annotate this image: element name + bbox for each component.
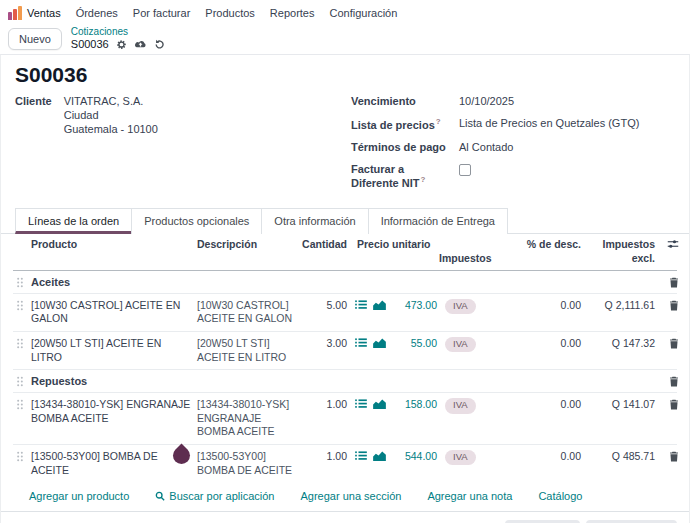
field-label-facturar-nit: Facturar a Diferente NIT?: [351, 163, 459, 189]
col-producto: Producto: [29, 234, 195, 256]
trash-icon[interactable]: [657, 393, 681, 410]
tax-cell[interactable]: IVA: [439, 393, 523, 418]
app-switcher[interactable]: Ventas: [8, 6, 61, 20]
field-value-vencimiento[interactable]: 10/10/2025: [459, 95, 514, 107]
search-icon: [155, 491, 165, 501]
section-row: Repuestos: [13, 370, 677, 393]
components-list-icon[interactable]: [355, 338, 367, 348]
unit-price-cell[interactable]: 55.00: [395, 332, 439, 356]
order-line-row: [13500-53Y00] BOMBA DE ACEITE [13500-53Y…: [13, 445, 677, 482]
tab-productos-opcionales[interactable]: Productos opcionales: [131, 208, 262, 234]
new-button[interactable]: Nuevo: [8, 28, 62, 50]
components-list-icon[interactable]: [355, 451, 367, 461]
menu-por-facturar[interactable]: Por facturar: [133, 7, 190, 19]
search-by-application-link[interactable]: Buscar por aplicación: [155, 490, 274, 502]
trash-icon[interactable]: [657, 294, 681, 311]
product-cell[interactable]: [13500-53Y00] BOMBA DE ACEITE: [29, 445, 195, 482]
customer-name[interactable]: VITATRAC, S.A.: [64, 95, 158, 107]
description-cell[interactable]: [10W30 CASTROL] ACEITE EN GALON: [195, 294, 295, 331]
discount-cell[interactable]: 0.00: [523, 445, 583, 469]
unit-price-cell[interactable]: 544.00: [395, 445, 439, 469]
subtotal-cell: Q 485.71: [583, 445, 657, 469]
trash-icon[interactable]: [657, 445, 681, 462]
catalog-link[interactable]: Catálogo: [538, 490, 582, 502]
order-line-row: [20W50 LT STI] ACEITE EN LITRO [20W50 LT…: [13, 332, 677, 370]
tax-tag[interactable]: IVA: [445, 299, 476, 314]
tax-tag[interactable]: IVA: [445, 450, 476, 465]
tax-cell[interactable]: IVA: [439, 294, 523, 319]
breadcrumb: Cotizaciones S00036: [71, 26, 165, 50]
menu-configuracion[interactable]: Configuración: [329, 7, 397, 19]
app-name[interactable]: Ventas: [27, 7, 61, 19]
trash-icon[interactable]: [657, 271, 681, 288]
subtotal-cell: Q 2,111.61: [583, 294, 657, 318]
quantity-cell[interactable]: 3.00: [295, 332, 349, 356]
drag-handle-icon[interactable]: [13, 332, 29, 349]
subtotal-cell: Q 141.07: [583, 393, 657, 417]
form-sheet: S00036 Cliente VITATRAC, S.A. Ciudad Gua…: [0, 54, 690, 523]
trash-icon[interactable]: [657, 370, 681, 387]
field-value-terminos-pago[interactable]: Al Contado: [459, 141, 513, 153]
breadcrumb-cotizaciones[interactable]: Cotizaciones: [71, 26, 165, 38]
tax-tag[interactable]: IVA: [445, 337, 476, 352]
tax-cell[interactable]: IVA: [439, 332, 523, 357]
facturar-nit-checkbox[interactable]: [459, 164, 471, 176]
unit-price-cell[interactable]: 473.00: [395, 294, 439, 318]
add-product-link[interactable]: Agregar un producto: [29, 490, 129, 502]
field-label-vencimiento: Vencimiento: [351, 95, 459, 107]
discount-cell[interactable]: 0.00: [523, 294, 583, 318]
discount-cell[interactable]: 0.00: [523, 393, 583, 417]
drag-handle-icon[interactable]: [13, 370, 29, 387]
customer-country: Guatemala - 10100: [64, 123, 158, 135]
forecast-chart-icon[interactable]: [373, 300, 386, 310]
product-cell[interactable]: [10W30 CASTROL] ACEITE EN GALON: [29, 294, 195, 331]
field-label-lista-precios: Lista de precios?: [351, 117, 459, 131]
trash-icon[interactable]: [657, 332, 681, 349]
optional-columns-icon[interactable]: [657, 234, 681, 250]
tab-otra-informacion[interactable]: Otra información: [261, 208, 368, 234]
product-cell[interactable]: [13434-38010-YSK] ENGRANAJE BOMBA ACEITE: [29, 393, 195, 430]
drag-handle-icon[interactable]: [13, 393, 29, 410]
product-cell[interactable]: [20W50 LT STI] ACEITE EN LITRO: [29, 332, 195, 369]
menu-productos[interactable]: Productos: [205, 7, 255, 19]
components-list-icon[interactable]: [355, 399, 367, 409]
drag-handle-icon[interactable]: [13, 445, 29, 462]
add-section-link[interactable]: Agregar una sección: [300, 490, 401, 502]
cloud-save-icon[interactable]: [134, 39, 147, 49]
col-cantidad: Cantidad: [295, 234, 349, 256]
description-cell[interactable]: [13434-38010-YSK] ENGRANAJE BOMBA ACEITE: [195, 393, 295, 444]
section-name[interactable]: Aceites: [29, 271, 657, 293]
description-cell[interactable]: [20W50 LT STI] ACEITE EN LITRO: [195, 332, 295, 369]
forecast-chart-icon[interactable]: [373, 399, 386, 409]
add-line-links: Agregar un producto Buscar por aplicació…: [1, 482, 689, 512]
menu-reportes[interactable]: Reportes: [270, 7, 315, 19]
quantity-cell[interactable]: 1.00: [295, 445, 349, 469]
menu-ordenes[interactable]: Órdenes: [76, 7, 118, 19]
components-list-icon[interactable]: [355, 300, 367, 310]
gear-icon[interactable]: [116, 39, 127, 50]
header-info: Cliente VITATRAC, S.A. Ciudad Guatemala …: [1, 95, 689, 198]
tab-informacion-entrega[interactable]: Información de Entrega: [368, 208, 508, 234]
quantity-cell[interactable]: 1.00: [295, 393, 349, 417]
unit-price-cell[interactable]: 158.00: [395, 393, 439, 417]
tax-tag[interactable]: IVA: [445, 398, 476, 413]
col-descuento: % de desc.: [523, 234, 583, 256]
add-note-link[interactable]: Agregar una nota: [427, 490, 512, 502]
col-descripcion: Descripción: [195, 234, 295, 256]
field-value-lista-precios[interactable]: Lista de Precios en Quetzales (GTQ): [459, 117, 639, 129]
description-cell[interactable]: [13500-53Y00] BOMBA DE ACEITE: [195, 445, 295, 482]
section-name[interactable]: Repuestos: [29, 370, 657, 392]
tab-lineas-orden[interactable]: Líneas de la orden: [15, 208, 132, 234]
drag-handle-icon[interactable]: [13, 271, 29, 288]
drag-handle-icon[interactable]: [13, 294, 29, 311]
tax-cell[interactable]: IVA: [439, 445, 523, 470]
forecast-chart-icon[interactable]: [373, 338, 386, 348]
forecast-chart-icon[interactable]: [373, 451, 386, 461]
control-panel: Nuevo Cotizaciones S00036: [0, 25, 690, 54]
breadcrumb-record: S00036: [71, 38, 109, 51]
discount-cell[interactable]: 0.00: [523, 332, 583, 356]
col-subtotal: Impuestos excl.: [583, 234, 657, 269]
section-row: Aceites: [13, 271, 677, 294]
quantity-cell[interactable]: 5.00: [295, 294, 349, 318]
discard-undo-icon[interactable]: [154, 39, 165, 50]
